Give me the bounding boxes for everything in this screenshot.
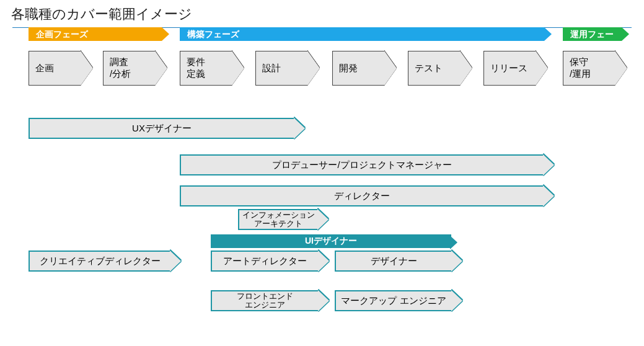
stage-maint: 保守 /運用 bbox=[563, 51, 615, 86]
stage-release: リリース bbox=[483, 51, 536, 86]
role-art-director: アートディレクター bbox=[211, 251, 319, 272]
role-creative-director: クリエイティブディレクター bbox=[29, 251, 171, 272]
page-title: 各職種のカバー範囲イメージ bbox=[0, 0, 644, 27]
phase-operate: 運用フェーズ bbox=[563, 27, 622, 41]
role-frontend-engineer: フロントエンド エンジニア bbox=[211, 290, 319, 311]
phase-build: 構築フェーズ bbox=[180, 27, 544, 41]
phase-plan: 企画フェーズ bbox=[29, 27, 162, 41]
role-producer-pm: プロデューサー/プロジェクトマネージャー bbox=[180, 154, 544, 175]
role-markup-engineer: マークアップ エンジニア bbox=[335, 290, 452, 311]
role-designer: デザイナー bbox=[335, 251, 452, 272]
role-ux-designer: UXデザイナー bbox=[29, 118, 295, 139]
role-ui-designer: UIデザイナー bbox=[211, 234, 451, 248]
role-director: ディレクター bbox=[180, 185, 544, 206]
stage-reqs: 要件 定義 bbox=[180, 51, 232, 86]
stage-test: テスト bbox=[408, 51, 461, 86]
role-information-architect: インフォメーション アーキテクト bbox=[238, 209, 319, 230]
stage-dev: 開発 bbox=[332, 51, 385, 86]
stage-design: 設計 bbox=[255, 51, 308, 86]
stage-plan: 企画 bbox=[29, 51, 81, 86]
stage-research: 調査 /分析 bbox=[103, 51, 156, 86]
